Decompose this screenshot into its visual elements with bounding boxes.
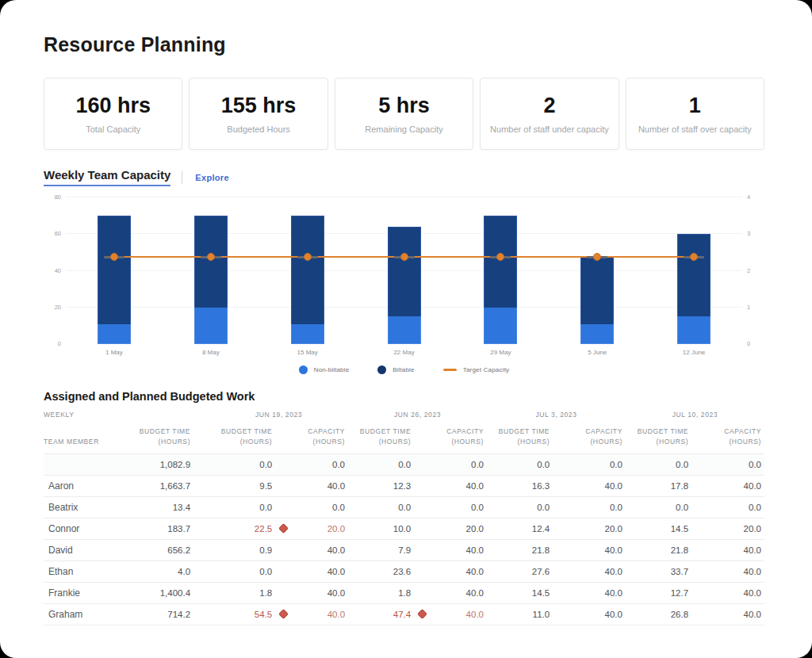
nonbillable-bar-segment[interactable] [291,324,324,344]
total-budget-header: BUDGET TIME(HOURS) [135,427,210,453]
billable-bar-segment[interactable] [194,216,228,308]
header-line1: BUDGET TIME [499,427,550,435]
cell-value: 0.0 [610,460,622,469]
stacked-bar[interactable] [580,256,614,344]
tab-weekly-team-capacity[interactable]: Weekly Team Capacity [44,168,170,186]
capacity-cell: 40.0 [291,582,348,603]
cell-value: 40.0 [466,588,484,598]
target-capacity-dot[interactable] [207,253,215,261]
legend-item-non-billable[interactable]: Non-billable [299,365,350,374]
budget-time-cell: 0.9 [209,539,291,560]
team-member-cell: Beatrix [44,496,135,518]
cell-value: 14.5 [671,524,688,534]
capacity-cell: 40.0 [430,582,487,603]
nonbillable-bar-segment[interactable] [388,316,421,344]
cell-value: 13.4 [173,503,190,512]
x-axis-labels: 1 May8 May15 May22 May29 May5 June12 Jun… [66,349,742,356]
capacity-cell: 40.0 [707,560,764,582]
budget-time-cell: 33.7 [626,560,707,582]
billable-bar-segment[interactable] [677,234,710,316]
right-axis-tick: 1 [747,304,750,311]
budget-time-cell: 1.8 [348,582,430,603]
header-line2: (HOURS) [312,438,345,446]
cell-value: 40.0 [744,588,761,598]
target-capacity-dot[interactable] [496,253,504,261]
cell-value: 40.0 [466,481,484,491]
stacked-bar[interactable] [484,216,517,344]
budget-time-cell: 12.4 [487,518,569,539]
bar-group [356,197,453,344]
capacity-cell: 0.0 [291,453,348,475]
nonbillable-bar-segment[interactable] [580,324,614,344]
week-group-header: JUL 10, 2023 [626,411,764,427]
stacked-bar[interactable] [677,234,710,344]
billable-bar-segment[interactable] [484,216,517,308]
capacity-cell: 40.0 [569,560,626,582]
target-capacity-dot[interactable] [593,253,601,261]
cell-value: 40.0 [466,610,484,619]
explore-link[interactable]: Explore [195,173,228,182]
budget-time-cell: 0.0 [209,453,291,475]
bar-group [452,197,549,344]
target-capacity-dot[interactable] [304,253,312,261]
legend-item-billable[interactable]: Billable [377,365,414,374]
cell-value: 1.8 [398,588,411,598]
budget-time-cell: 0.0 [209,560,291,582]
cell-value: 40.0 [744,481,761,491]
header-line1: CAPACITY [446,427,484,435]
header-line1: BUDGET TIME [638,427,688,435]
left-axis-tick: 20 [55,304,61,311]
legend-item-target-capacity[interactable]: Target Capacity [443,366,510,373]
header-line2: (HOURS) [159,438,191,446]
budget-time-cell: 26.8 [626,603,707,625]
budget-time-cell: 0.0 [626,496,707,518]
capacity-header: CAPACITY(HOURS) [430,427,487,453]
table-head: WEEKLYJUN 19, 2023JUN 26, 2023JUL 3, 202… [44,411,764,453]
team-member-cell: Graham [44,603,135,625]
team-member-cell: Aaron [44,475,135,496]
budget-time-cell: 23.6 [348,560,430,582]
cell-value: 40.0 [327,588,345,598]
budget-time-header: BUDGET TIME(HOURS) [626,427,707,453]
billable-bar-segment[interactable] [580,256,614,324]
billable-bar-segment[interactable] [291,216,324,323]
billable-bar-segment[interactable] [388,227,421,316]
weekly-capacity-chart: 020406080 01234 [44,197,764,344]
page-title: Resource Planning [44,33,764,56]
cell-value: 40.0 [744,545,761,555]
capacity-cell: 40.0 [707,582,764,603]
total-budget-cell: 1,400.4 [135,582,210,603]
header-line1: BUDGET TIME [221,427,272,435]
table-body: 1,082.90.00.00.00.00.00.00.00.0Aaron1,66… [44,453,764,625]
week-header-row: WEEKLYJUN 19, 2023JUN 26, 2023JUL 3, 202… [44,411,764,427]
left-axis-tick: 0 [58,340,61,347]
stacked-bar[interactable] [98,216,131,344]
alert-diamond-icon [278,609,289,619]
billable-bar-segment[interactable] [98,216,131,323]
header-line2: (HOURS) [451,438,484,446]
stacked-bar[interactable] [194,216,228,344]
cell-value: 0.0 [537,460,550,469]
budget-time-cell: 22.5 [209,518,291,539]
nonbillable-bar-segment[interactable] [677,316,710,344]
legend-line-swatch [443,369,457,371]
target-capacity-dot[interactable] [690,253,698,261]
stat-label: Budgeted Hours [227,124,290,134]
team-member-cell: Frankie [44,582,135,603]
nonbillable-bar-segment[interactable] [194,308,228,344]
cell-value: 40.0 [605,481,622,491]
nonbillable-bar-segment[interactable] [98,324,131,344]
target-capacity-dot[interactable] [110,253,118,261]
capacity-cell: 40.0 [430,560,487,582]
capacity-cell: 0.0 [430,453,487,475]
cell-value: 0.0 [259,460,272,469]
cell-value: 656.2 [167,545,190,555]
stacked-bar[interactable] [388,227,421,344]
nonbillable-bar-segment[interactable] [484,308,517,344]
target-capacity-dot[interactable] [400,253,408,261]
stacked-bar[interactable] [291,216,324,344]
header-line2: (HOURS) [657,438,689,446]
cell-value: 0.0 [471,503,484,512]
cell-value: 0.0 [471,460,484,469]
header-line2: (HOURS) [240,438,273,446]
